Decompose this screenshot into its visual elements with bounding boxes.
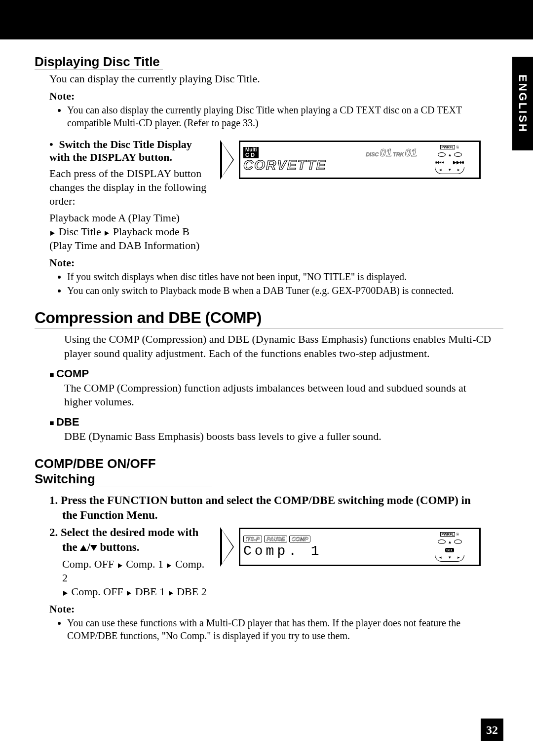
up-icon: ▴ bbox=[449, 539, 451, 544]
comp-intro: Using the COMP (Compression) and DBE (Dy… bbox=[64, 332, 494, 360]
note-label-3: Note: bbox=[49, 603, 503, 615]
step-lead: • Switch the Disc Title Display with the… bbox=[49, 138, 212, 164]
arrow-icon bbox=[169, 591, 173, 596]
its-p-tag: ITS-P bbox=[243, 536, 262, 542]
step-1: 1. Press the FUNCTION button and select … bbox=[49, 493, 503, 522]
heading-dbe: DBE bbox=[49, 416, 503, 429]
arc-icon: ◂▾▸ bbox=[435, 167, 464, 174]
pointer-icon bbox=[220, 140, 234, 180]
arrow-icon bbox=[50, 231, 55, 236]
sel-badge: SEL bbox=[445, 548, 454, 552]
heading-comp: COMP bbox=[49, 367, 503, 380]
down-icon: ▾ bbox=[449, 555, 451, 560]
step-body-1: Each press of the DISPLAY button changes… bbox=[49, 167, 212, 208]
intro-text-1: You can display the currently playing Di… bbox=[49, 72, 503, 86]
lcd-illustration-2: ITS-P PAUSE COMP Comp. 1 PWRFL ⎘ ▴ bbox=[220, 527, 481, 567]
step-2-lead: 2. Select the desired mode with the / bu… bbox=[49, 525, 212, 554]
arrow-icon bbox=[105, 231, 109, 236]
note-label-1: Note: bbox=[49, 90, 503, 103]
arrow-icon bbox=[63, 591, 68, 596]
note-list-2: If you switch displays when disc titles … bbox=[67, 270, 503, 297]
lcd-illustration-1: Multi C D DISC 01 TRK 01 CORVETTE bbox=[220, 140, 481, 180]
step-2-row: 2. Select the desired mode with the / bu… bbox=[49, 525, 503, 599]
lcd-mode-text: Comp. 1 bbox=[243, 543, 417, 559]
up-triangle-icon bbox=[80, 545, 87, 551]
arrow-icon bbox=[118, 563, 122, 568]
note-item: You can use these functions with a Multi… bbox=[67, 616, 484, 642]
down-icon: ▾ bbox=[449, 167, 451, 172]
note-item: You can only switch to Playback mode B w… bbox=[67, 284, 484, 297]
arrow-icon bbox=[167, 563, 171, 568]
up-icon: ▴ bbox=[449, 152, 451, 157]
lcd-panel-2: ITS-P PAUSE COMP Comp. 1 PWRFL ⎘ ▴ bbox=[239, 528, 481, 566]
button-icon bbox=[454, 152, 462, 157]
pwrfl-icon: PWRFL bbox=[440, 145, 456, 149]
step-text-block: • Switch the Disc Title Display with the… bbox=[49, 138, 212, 253]
bookmark-icon: ⎘ bbox=[457, 145, 459, 149]
note-item: You can also display the currently playi… bbox=[67, 104, 484, 129]
button-icon bbox=[438, 540, 446, 544]
button-icon bbox=[438, 152, 446, 157]
page-number: 32 bbox=[481, 719, 503, 741]
comp-text: The COMP (Compression) function adjusts … bbox=[64, 381, 494, 409]
comp-tag: COMP bbox=[289, 536, 310, 542]
arc-icon: ◂▾▸ bbox=[435, 555, 464, 562]
page-content: Displaying Disc Title You can display th… bbox=[0, 39, 533, 642]
top-black-bar bbox=[0, 0, 533, 39]
note-label-2: Note: bbox=[49, 256, 503, 269]
note-list-1: You can also display the currently playi… bbox=[67, 104, 503, 129]
note-list-3: You can use these functions with a Multi… bbox=[67, 616, 503, 642]
dbe-text: DBE (Dynamic Bass Emphasis) boosts bass … bbox=[64, 430, 494, 443]
lcd-controls: PWRFL ⎘ ▴ ⏮◀◀ ▶▶⏭ ◂▾▸ bbox=[420, 142, 479, 178]
prev-icon: ⏮◀◀ bbox=[435, 160, 444, 165]
disc-title-step: • Switch the Disc Title Display with the… bbox=[49, 138, 503, 253]
lcd-controls-2: PWRFL ⎘ ▴ SEL ◂▾▸ bbox=[420, 529, 479, 565]
pointer-icon bbox=[220, 527, 234, 567]
arrow-icon bbox=[127, 591, 131, 596]
lcd-main: Multi C D DISC 01 TRK 01 CORVETTE bbox=[240, 142, 420, 178]
bookmark-icon: ⎘ bbox=[457, 532, 459, 537]
heading-comp-dbe-switching: COMP/DBE ON/OFF Switching bbox=[35, 456, 212, 487]
lcd-main-2: ITS-P PAUSE COMP Comp. 1 bbox=[240, 529, 420, 565]
pwrfl-icon: PWRFL bbox=[440, 532, 456, 537]
down-triangle-icon bbox=[90, 545, 97, 551]
step-2-body: Comp. OFF Comp. 1 Comp. 2 Comp. OFF DBE … bbox=[62, 557, 212, 599]
heading-compression-dbe: Compression and DBE (COMP) bbox=[35, 309, 503, 328]
lcd-panel: Multi C D DISC 01 TRK 01 CORVETTE bbox=[239, 141, 481, 179]
step-2-text: 2. Select the desired mode with the / bu… bbox=[49, 525, 212, 599]
next-icon: ▶▶⏭ bbox=[453, 160, 464, 165]
lcd-disc-title: CORVETTE bbox=[243, 157, 417, 173]
note-item: If you switch displays when disc titles … bbox=[67, 270, 484, 283]
heading-displaying-disc-title: Displaying Disc Title bbox=[35, 54, 163, 70]
button-icon bbox=[454, 540, 462, 544]
step-body-2: Playback mode A (Play Time) Disc Title P… bbox=[49, 211, 212, 252]
pause-tag: PAUSE bbox=[264, 536, 287, 542]
lcd-tags: ITS-P PAUSE COMP bbox=[243, 536, 417, 542]
